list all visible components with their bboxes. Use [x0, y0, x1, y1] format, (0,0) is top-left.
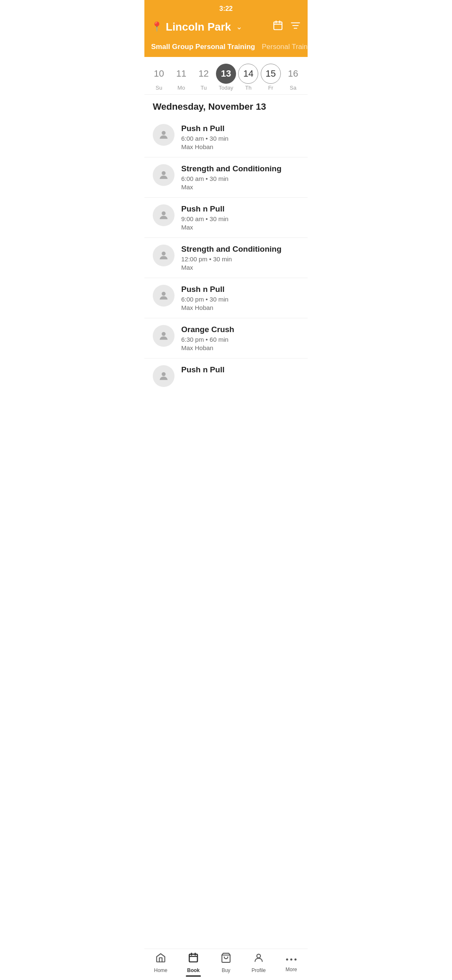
- svg-point-10: [162, 252, 165, 255]
- class-info-5: Orange Crush 6:30 pm • 60 min Max Hoban: [181, 325, 299, 351]
- calendar-icon[interactable]: [272, 20, 283, 34]
- class-avatar-6: [153, 365, 175, 387]
- class-trainer-1: Max: [181, 183, 299, 191]
- class-avatar-4: [153, 285, 175, 307]
- class-list: Push n Pull 6:00 am • 30 min Max Hoban S…: [144, 117, 308, 394]
- class-name-4: Push n Pull: [181, 285, 299, 294]
- class-time-5: 6:30 pm • 60 min: [181, 336, 299, 343]
- date-number-15: 15: [261, 64, 281, 84]
- date-item-16[interactable]: 16 Sa: [282, 64, 304, 91]
- date-day-14: Th: [245, 85, 252, 91]
- class-info-4: Push n Pull 6:00 pm • 30 min Max Hoban: [181, 285, 299, 311]
- class-name-2: Push n Pull: [181, 204, 299, 214]
- date-day-12: Tu: [200, 85, 207, 91]
- date-item-14[interactable]: 14 Th: [237, 64, 259, 91]
- class-time-2: 9:00 am • 30 min: [181, 215, 299, 222]
- date-day-15: Fr: [268, 85, 273, 91]
- tab-small-group[interactable]: Small Group Personal Training: [151, 39, 262, 57]
- class-item-1[interactable]: Strength and Conditioning 6:00 am • 30 m…: [144, 157, 308, 198]
- svg-point-8: [162, 171, 165, 175]
- tab-personal-training[interactable]: Personal Training: [262, 39, 308, 57]
- location-selector[interactable]: 📍 Lincoln Park ⌄: [151, 21, 242, 34]
- status-bar: 3:22: [144, 0, 308, 16]
- date-picker: 10 Su 11 Mo 12 Tu 13 Today 14 Th 15 F: [144, 57, 308, 95]
- class-trainer-5: Max Hoban: [181, 344, 299, 351]
- class-trainer-2: Max: [181, 224, 299, 231]
- date-day-16: Sa: [290, 85, 296, 91]
- class-info-0: Push n Pull 6:00 am • 30 min Max Hoban: [181, 124, 299, 150]
- date-number-10: 10: [149, 64, 169, 84]
- class-item-0[interactable]: Push n Pull 6:00 am • 30 min Max Hoban: [144, 117, 308, 157]
- class-name-1: Strength and Conditioning: [181, 164, 299, 173]
- status-time: 3:22: [219, 5, 233, 12]
- date-number-13: 13: [216, 64, 236, 84]
- date-item-15[interactable]: 15 Fr: [260, 64, 282, 91]
- class-avatar-3: [153, 245, 175, 266]
- class-item-6-partial[interactable]: Push n Pull: [144, 358, 308, 394]
- date-row: 10 Su 11 Mo 12 Tu 13 Today 14 Th 15 F: [144, 64, 308, 91]
- class-name-3: Strength and Conditioning: [181, 245, 299, 254]
- class-trainer-3: Max: [181, 264, 299, 271]
- svg-point-13: [162, 372, 165, 376]
- class-name-6: Push n Pull: [181, 365, 299, 374]
- date-item-13[interactable]: 13 Today: [215, 64, 237, 91]
- location-icon: 📍: [151, 21, 162, 32]
- class-avatar-5: [153, 325, 175, 347]
- date-item-10[interactable]: 10 Su: [148, 64, 170, 91]
- svg-point-9: [162, 211, 165, 215]
- class-time-0: 6:00 am • 30 min: [181, 135, 299, 142]
- date-number-14: 14: [238, 64, 258, 84]
- date-day-13: Today: [219, 85, 234, 91]
- header: 📍 Lincoln Park ⌄: [144, 16, 308, 39]
- class-name-5: Orange Crush: [181, 325, 299, 334]
- class-info-1: Strength and Conditioning 6:00 am • 30 m…: [181, 164, 299, 191]
- svg-point-12: [162, 332, 165, 336]
- category-tabs: Small Group Personal Training Personal T…: [144, 39, 308, 57]
- location-name: Lincoln Park: [166, 21, 231, 34]
- svg-point-7: [162, 131, 165, 135]
- header-actions: [272, 20, 301, 34]
- class-avatar-2: [153, 204, 175, 226]
- date-item-12[interactable]: 12 Tu: [193, 64, 215, 91]
- chevron-down-icon: ⌄: [236, 22, 242, 31]
- date-number-16: 16: [283, 64, 303, 84]
- date-number-11: 11: [171, 64, 191, 84]
- class-time-1: 6:00 am • 30 min: [181, 175, 299, 182]
- class-item-3[interactable]: Strength and Conditioning 12:00 pm • 30 …: [144, 238, 308, 278]
- filter-icon[interactable]: [290, 20, 301, 34]
- class-item-5[interactable]: Orange Crush 6:30 pm • 60 min Max Hoban: [144, 318, 308, 358]
- class-time-4: 6:00 pm • 30 min: [181, 296, 299, 303]
- svg-rect-0: [274, 22, 282, 29]
- class-info-2: Push n Pull 9:00 am • 30 min Max: [181, 204, 299, 231]
- class-trainer-4: Max Hoban: [181, 304, 299, 311]
- class-info-3: Strength and Conditioning 12:00 pm • 30 …: [181, 245, 299, 271]
- date-number-12: 12: [194, 64, 214, 84]
- class-avatar-1: [153, 164, 175, 186]
- class-time-3: 12:00 pm • 30 min: [181, 255, 299, 263]
- class-name-0: Push n Pull: [181, 124, 299, 133]
- day-heading: Wednesday, November 13: [144, 95, 308, 117]
- date-day-11: Mo: [177, 85, 185, 91]
- class-avatar-0: [153, 124, 175, 146]
- date-day-10: Su: [156, 85, 162, 91]
- class-info-6: Push n Pull: [181, 365, 299, 376]
- main-content: 10 Su 11 Mo 12 Tu 13 Today 14 Th 15 F: [144, 57, 308, 427]
- class-trainer-0: Max Hoban: [181, 143, 299, 150]
- class-item-2[interactable]: Push n Pull 9:00 am • 30 min Max: [144, 198, 308, 238]
- date-item-11[interactable]: 11 Mo: [170, 64, 192, 91]
- svg-point-11: [162, 292, 165, 296]
- class-item-4[interactable]: Push n Pull 6:00 pm • 30 min Max Hoban: [144, 278, 308, 318]
